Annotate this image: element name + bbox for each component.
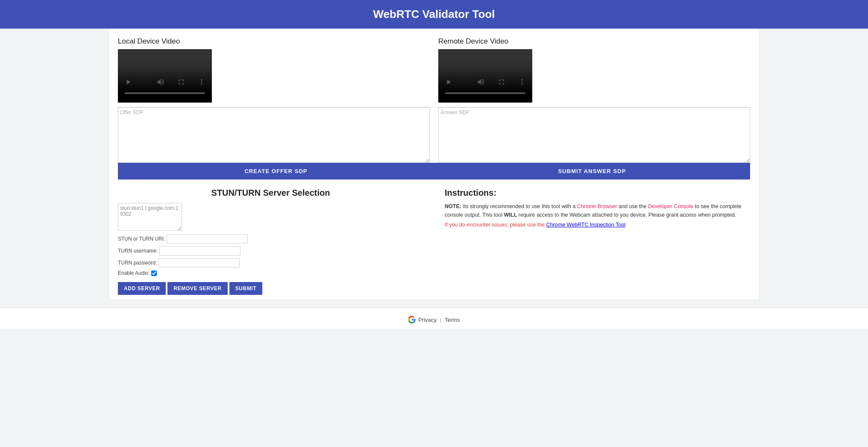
uri-row: STUN or TURN URI: [118, 234, 423, 244]
remote-video-label: Remote Device Video [438, 37, 750, 46]
create-offer-button[interactable]: CREATE OFFER SDP [118, 163, 434, 179]
google-logo [408, 316, 416, 323]
enable-audio-label: Enable Audio: [118, 270, 150, 276]
local-video-section: Local Device Video [118, 37, 430, 103]
stun-uri-input[interactable] [167, 234, 248, 244]
stun-turn-title: STUN/TURN Server Selection [118, 188, 423, 198]
footer-separator: | [440, 317, 441, 323]
footer-links: Privacy | Terms [0, 316, 868, 323]
will-bold: WILL [504, 212, 517, 218]
note-text-4: require access to the Webcam attached to… [517, 212, 736, 218]
stun-server-textarea[interactable]: stun:stun1.l.google.com:19302 [118, 203, 182, 231]
terms-link[interactable]: Terms [445, 317, 460, 323]
dev-console-link[interactable]: Developer Console [648, 203, 693, 209]
submit-answer-button[interactable]: SUBMIT ANSWER SDP [434, 163, 750, 179]
answer-sdp-textarea[interactable] [438, 107, 750, 163]
password-label: TURN password: [118, 260, 157, 266]
page-header: WebRTC Validator Tool [0, 0, 868, 29]
remote-video[interactable] [438, 49, 532, 103]
password-row: TURN password: [118, 258, 423, 268]
answer-sdp-section [438, 107, 750, 163]
instructions-body: NOTE: Its strongly recommended to use th… [445, 202, 750, 219]
warning-text: If you do encounter issues, please use t… [445, 222, 546, 228]
turn-password-input[interactable] [158, 258, 240, 268]
instructions-warning: If you do encounter issues, please use t… [445, 222, 750, 228]
stun-turn-section: STUN/TURN Server Selection stun:stun1.l.… [118, 188, 432, 295]
sdp-button-row: CREATE OFFER SDP SUBMIT ANSWER SDP [118, 163, 750, 179]
username-row: TURN username: [118, 246, 423, 256]
privacy-link[interactable]: Privacy [418, 317, 437, 323]
chrome-webrtc-link[interactable]: Chrome WebRTC Inspection Tool [546, 222, 626, 228]
uri-label: STUN or TURN URI: [118, 236, 165, 242]
action-buttons: ADD SERVER REMOVE SERVER SUBMIT [118, 282, 423, 295]
turn-username-input[interactable] [159, 246, 240, 256]
username-label: TURN username: [118, 248, 158, 254]
offer-sdp-section [118, 107, 430, 163]
local-video[interactable] [118, 49, 212, 103]
instructions-title: Instructions: [445, 188, 750, 198]
note-text-2: and use the [617, 203, 648, 209]
page-footer: Privacy | Terms [0, 308, 868, 329]
note-label: NOTE: [445, 203, 461, 209]
remove-server-button[interactable]: REMOVE SERVER [167, 282, 227, 295]
remote-video-section: Remote Device Video [438, 37, 750, 103]
chrome-browser-link[interactable]: Chrome Browser [577, 203, 617, 209]
offer-sdp-textarea[interactable] [118, 107, 430, 163]
add-server-button[interactable]: ADD SERVER [118, 282, 166, 295]
enable-audio-row: Enable Audio: [118, 270, 423, 276]
enable-audio-checkbox[interactable] [151, 271, 157, 276]
note-text-1: Its strongly recommended to use this too… [461, 203, 577, 209]
submit-button[interactable]: SUBMIT [229, 282, 263, 295]
local-video-label: Local Device Video [118, 37, 430, 46]
instructions-section: Instructions: NOTE: Its strongly recomme… [440, 188, 750, 295]
bottom-row: STUN/TURN Server Selection stun:stun1.l.… [118, 188, 750, 295]
page-title: WebRTC Validator Tool [373, 8, 495, 21]
